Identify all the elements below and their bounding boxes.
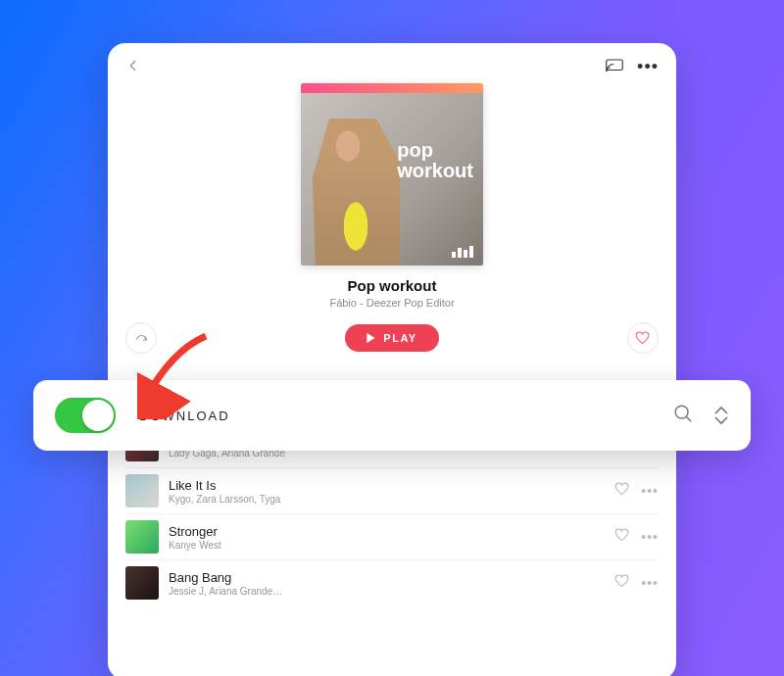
track-artist: Kygo, Zara Larsson, Tyga xyxy=(169,494,614,505)
back-button[interactable] xyxy=(125,58,141,77)
app-window: ••• pop workout Pop workout Fábio - Deez… xyxy=(108,43,676,676)
play-label: PLAY xyxy=(383,332,416,344)
heart-icon[interactable] xyxy=(614,482,629,501)
download-toggle[interactable] xyxy=(55,398,116,433)
share-button[interactable] xyxy=(125,322,157,354)
more-icon[interactable]: ••• xyxy=(641,529,659,545)
track-thumb xyxy=(125,566,159,600)
svg-point-2 xyxy=(675,406,688,418)
track-artist: Jessie J, Ariana Grande… xyxy=(169,586,614,597)
track-title: Bang Bang xyxy=(169,570,614,585)
heart-icon[interactable] xyxy=(614,574,629,593)
play-icon xyxy=(367,333,375,343)
track-thumb xyxy=(125,474,159,507)
playlist-title: Pop workout xyxy=(108,277,676,294)
download-bar: DOWNLOAD xyxy=(33,380,751,451)
top-bar: ••• xyxy=(108,43,676,81)
track-thumb xyxy=(125,520,159,554)
more-icon[interactable]: ••• xyxy=(637,57,659,77)
equalizer-icon xyxy=(452,246,473,258)
track-title: Stronger xyxy=(169,524,614,539)
cover-art-wrap: pop workout xyxy=(108,81,676,266)
more-icon[interactable]: ••• xyxy=(641,575,659,591)
cover-title-line: pop xyxy=(397,140,473,161)
heart-icon[interactable] xyxy=(614,528,629,547)
cover-title: pop workout xyxy=(397,140,473,181)
svg-marker-1 xyxy=(368,333,375,343)
toggle-knob xyxy=(82,400,114,431)
list-item[interactable]: Stronger Kanye West ••• xyxy=(125,513,659,559)
download-label: DOWNLOAD xyxy=(139,409,230,423)
favorite-button[interactable] xyxy=(627,322,659,354)
cover-title-line: workout xyxy=(397,161,473,181)
track-title: Like It Is xyxy=(169,478,614,493)
sort-icon[interactable] xyxy=(713,406,729,425)
cover-art[interactable]: pop workout xyxy=(301,83,483,266)
svg-line-3 xyxy=(686,416,691,421)
track-artist: Kanye West xyxy=(169,540,614,551)
top-right-controls: ••• xyxy=(606,57,659,77)
list-item[interactable]: Like It Is Kygo, Zara Larsson, Tyga ••• xyxy=(125,467,659,513)
list-item[interactable]: Bang Bang Jessie J, Ariana Grande… ••• xyxy=(125,559,659,605)
play-button[interactable]: PLAY xyxy=(345,324,438,352)
more-icon[interactable]: ••• xyxy=(641,483,659,499)
playlist-subtitle: Fábio - Deezer Pop Editor xyxy=(108,297,676,309)
search-icon[interactable] xyxy=(672,403,694,428)
action-row: PLAY xyxy=(108,309,676,363)
cast-icon[interactable] xyxy=(606,59,623,76)
